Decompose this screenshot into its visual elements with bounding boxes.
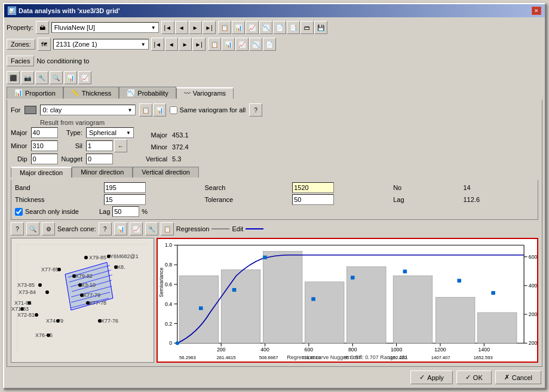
ok-button[interactable]: ✓ OK [456, 370, 492, 384]
svg-rect-88 [435, 297, 475, 343]
nav-next[interactable]: ► [189, 21, 202, 34]
zones-nav-first[interactable]: |◄ [151, 38, 164, 51]
for-icon2[interactable]: 📊 [153, 103, 166, 117]
vertical-label: Vertical [146, 155, 167, 163]
tab-variograms[interactable]: 〰 Variograms [176, 87, 234, 99]
apply-button[interactable]: ✓ Apply [410, 370, 453, 384]
cone-icon1[interactable]: ? [99, 222, 112, 235]
dir-tab-vertical[interactable]: Vertical direction [133, 167, 199, 177]
lag-input[interactable] [112, 206, 139, 217]
svg-point-22 [45, 290, 49, 294]
window-title: Data analysis with 'xue3/3D grid' [19, 7, 120, 14]
svg-text:X77-78: X77-78 [89, 300, 106, 306]
property-row: Property: 🏔 FluviaNew [U] ▼ |◄ ◄ ► ►| 📋 … [7, 20, 542, 35]
search-only-checkbox[interactable] [15, 208, 23, 216]
bottom-icon3[interactable]: ⚙ [42, 222, 55, 235]
cone-icon4[interactable]: 🔧 [145, 222, 158, 235]
zones-icon4[interactable]: 📉 [249, 38, 262, 51]
same-variogram-checkbox[interactable] [170, 106, 177, 114]
same-variogram-label[interactable]: Same variogram for all [170, 106, 246, 114]
bottom-icon2[interactable]: 🔍 [26, 222, 39, 235]
ok-check: ✓ [465, 373, 471, 381]
tolerance-input[interactable] [292, 194, 334, 205]
toolbar-icon3[interactable]: 🔧 [35, 71, 48, 84]
icon-btn7[interactable]: 🗃 [300, 21, 314, 34]
toolbar-icon5[interactable]: 📊 [64, 71, 77, 84]
sil-arrow-btn[interactable]: ← [114, 139, 127, 152]
search-cone-label: Search cone: [57, 225, 96, 232]
dir-tab-major[interactable]: Major direction [11, 167, 72, 177]
icon-btn6[interactable]: 📑 [287, 21, 300, 34]
nav-prev[interactable]: ◄ [175, 21, 188, 34]
svg-text:281.4815: 281.4815 [217, 355, 236, 360]
zones-icon5[interactable]: 📄 [263, 38, 276, 51]
search-input[interactable] [292, 182, 334, 193]
toolbar-icon6[interactable]: 📈 [78, 71, 91, 84]
zones-nav: |◄ ◄ ► ►| [151, 38, 206, 51]
tab-probability[interactable]: 📉 Probability [119, 87, 176, 99]
zones-icon3[interactable]: 📈 [235, 38, 249, 51]
facies-button[interactable]: Facies [7, 56, 34, 66]
svg-text:1.0: 1.0 [165, 243, 172, 249]
tab-thickness[interactable]: 📏 Thickness [63, 87, 119, 99]
direction-grid: Band Search No 14 Thickness Tolerance La… [15, 182, 534, 205]
help-icon[interactable]: ? [249, 103, 262, 117]
result-left: Result from variogram Major Type: Spheri… [11, 119, 134, 164]
icon-btn2[interactable]: 📊 [232, 21, 245, 34]
icon-btn8[interactable]: 💾 [314, 21, 327, 34]
dip-input[interactable] [31, 154, 58, 164]
property-label: Property: [7, 24, 33, 31]
icon-btn5[interactable]: 📄 [273, 21, 286, 34]
for-dropdown[interactable]: 0: clay ▼ [40, 105, 136, 115]
zones-button[interactable]: Zones: [7, 39, 35, 50]
cone-icon5[interactable]: 📋 [161, 222, 174, 235]
type-dropdown[interactable]: Spherical ▼ [86, 127, 134, 138]
for-icons: 📋 📊 [139, 103, 166, 117]
zones-dropdown[interactable]: 2131 (Zone 1) ▼ [53, 39, 149, 50]
thickness-input[interactable] [104, 194, 146, 205]
icon-btn1[interactable]: 📋 [218, 21, 231, 34]
map-svg: X79-85 X77-85 X79-82 Y6M682@1 X8. X73-85… [11, 238, 154, 362]
toolbar-icon1[interactable]: ⬛ [7, 71, 20, 84]
svg-rect-94 [351, 276, 355, 280]
zones-nav-next[interactable]: ► [179, 38, 192, 51]
svg-point-34 [35, 313, 38, 317]
minor-input[interactable] [31, 140, 58, 151]
sil-input[interactable] [86, 140, 113, 151]
zones-nav-prev[interactable]: ◄ [165, 38, 178, 51]
property-dropdown[interactable]: FluviaNew [U] ▼ [51, 22, 159, 33]
zones-nav-last[interactable]: ►| [192, 38, 206, 51]
nugget-input[interactable] [86, 154, 113, 164]
zones-icon1[interactable]: 📋 [208, 38, 221, 51]
nav-buttons: |◄ ◄ ► ►| [161, 21, 216, 34]
svg-text:6000: 6000 [529, 254, 537, 260]
zones-action-icons: 📋 📊 📈 📉 📄 [208, 38, 276, 51]
icon-btn3[interactable]: 📈 [246, 21, 259, 34]
svg-rect-97 [491, 291, 495, 295]
dir-tab-minor[interactable]: Minor direction [72, 167, 133, 177]
minor-right-value: 372.4 [172, 143, 189, 151]
svg-text:400: 400 [260, 347, 269, 353]
bottom-icon1[interactable]: ? [11, 222, 24, 235]
tab-proportion[interactable]: 📊 Proportion [7, 87, 63, 99]
nav-last[interactable]: ►| [203, 21, 216, 34]
cancel-button[interactable]: ✗ Cancel [495, 370, 541, 384]
toolbar-icon4[interactable]: 🔍 [50, 71, 63, 84]
cone-icon3[interactable]: 📈 [130, 222, 143, 235]
major-right-value: 453.1 [172, 131, 189, 139]
icon-btn4[interactable]: 📉 [259, 21, 272, 34]
minor-right-label: Minor [146, 143, 167, 151]
svg-text:Semivariance: Semivariance [158, 268, 164, 298]
major-input[interactable] [31, 127, 58, 138]
svg-text:0.4: 0.4 [165, 301, 172, 307]
toolbar-icon2[interactable]: 📷 [21, 71, 34, 84]
band-input[interactable] [104, 182, 146, 193]
regression-label: Regression [176, 225, 210, 232]
cone-icon2[interactable]: 📊 [114, 222, 127, 235]
svg-text:X71-84: X71-84 [14, 300, 32, 306]
for-icon1[interactable]: 📋 [139, 103, 152, 117]
close-button[interactable]: ✕ [532, 7, 541, 15]
zones-icon2[interactable]: 📊 [222, 38, 235, 51]
nav-first[interactable]: |◄ [161, 21, 174, 34]
tab-variograms-icon: 〰 [184, 90, 191, 97]
